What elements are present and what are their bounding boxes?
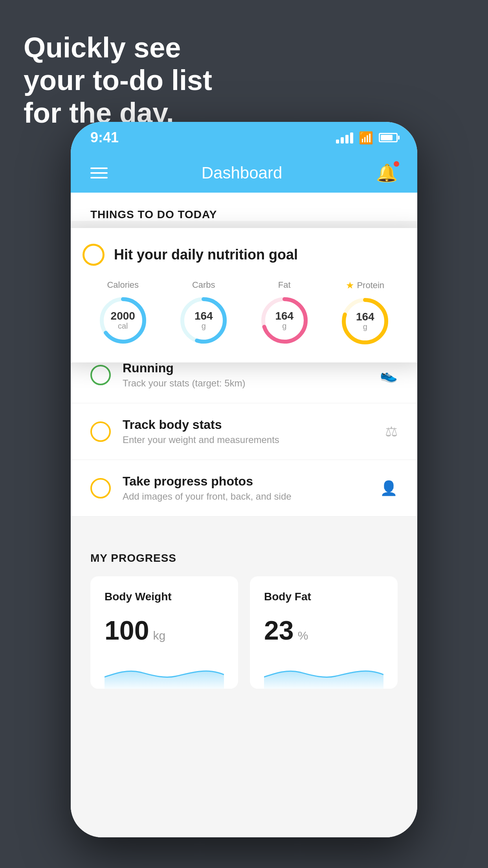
- progress-card-title: Body Fat: [264, 590, 383, 603]
- things-today-title: THINGS TO DO TODAY: [90, 208, 398, 221]
- nutrition-label-fat: Fat: [278, 280, 291, 290]
- nutrition-item-protein: ★Protein 164 g: [339, 280, 391, 347]
- circle-center-fat: 164 g: [275, 311, 294, 331]
- notification-bell-icon[interactable]: 🔔: [376, 163, 398, 183]
- nutrition-item-fat: Fat 164 g: [259, 280, 310, 346]
- todo-title: Track body stats: [123, 417, 279, 432]
- status-time: 9:41: [90, 129, 119, 146]
- todo-subtitle: Track your stats (target: 5km): [123, 378, 246, 389]
- todo-subtitle: Add images of your front, back, and side: [123, 491, 292, 502]
- progress-card-body-fat[interactable]: Body Fat 23 %: [250, 576, 398, 689]
- todo-item[interactable]: Take progress photos Add images of your …: [71, 460, 417, 517]
- content-area: THINGS TO DO TODAY Hit your daily nutrit…: [71, 193, 417, 837]
- todo-checkbox[interactable]: [90, 421, 111, 442]
- circle-carbs: 164 g: [178, 295, 229, 346]
- circle-fat: 164 g: [259, 295, 310, 346]
- todo-text: Running Track your stats (target: 5km): [123, 361, 246, 389]
- progress-unit: kg: [153, 629, 165, 642]
- nav-bar: Dashboard 🔔: [71, 153, 417, 193]
- headline: Quickly see your to-do list for the day.: [24, 31, 212, 129]
- status-bar: 9:41 📶: [71, 122, 417, 153]
- todo-title: Take progress photos: [123, 474, 292, 489]
- circle-value-protein: 164: [356, 311, 374, 322]
- circle-value-fat: 164: [275, 311, 294, 322]
- nutrition-label-calories: Calories: [107, 280, 139, 290]
- todo-list: Running Track your stats (target: 5km) 👟…: [71, 347, 417, 517]
- nutrition-label-protein: ★Protein: [346, 280, 384, 291]
- circle-unit-calories: cal: [118, 322, 128, 330]
- todo-title: Running: [123, 361, 246, 375]
- todo-action-icon: 👟: [380, 367, 398, 383]
- todo-item[interactable]: Track body stats Enter your weight and m…: [71, 403, 417, 460]
- nutrition-check-circle[interactable]: [83, 244, 105, 266]
- circle-center-protein: 164 g: [356, 311, 374, 331]
- todo-checkbox[interactable]: [90, 478, 111, 498]
- todo-subtitle: Enter your weight and measurements: [123, 434, 279, 445]
- nutrition-card-title: Hit your daily nutrition goal: [114, 246, 298, 263]
- progress-card-title: Body Weight: [105, 590, 224, 603]
- headline-line1: Quickly see: [24, 31, 212, 64]
- nutrition-card: Hit your daily nutrition goal Calories 2…: [71, 228, 417, 362]
- progress-number: 23: [264, 615, 294, 645]
- headline-line2: your to-do list: [24, 64, 212, 97]
- battery-icon: [379, 133, 398, 142]
- todo-action-icon: ⚖: [385, 423, 398, 440]
- progress-title: MY PROGRESS: [90, 552, 398, 565]
- signal-icon: [336, 132, 353, 143]
- circle-unit-protein: g: [363, 322, 367, 331]
- todo-text: Track body stats Enter your weight and m…: [123, 417, 279, 445]
- wave-chart: [105, 657, 224, 689]
- progress-cards: Body Weight 100 kg Body Fat 23 %: [90, 576, 398, 689]
- notification-dot: [394, 161, 399, 167]
- hamburger-menu[interactable]: [90, 167, 108, 178]
- wifi-icon: 📶: [359, 131, 373, 145]
- nutrition-label-carbs: Carbs: [192, 280, 215, 290]
- progress-number: 100: [105, 615, 149, 645]
- nutrition-item-calories: Calories 2000 cal: [97, 280, 149, 346]
- things-today-section: THINGS TO DO TODAY Hit your daily nutrit…: [71, 193, 417, 221]
- nutrition-card-header: Hit your daily nutrition goal: [83, 244, 405, 266]
- progress-card-body-weight[interactable]: Body Weight 100 kg: [90, 576, 238, 689]
- circle-value-calories: 2000: [111, 311, 135, 322]
- circle-unit-carbs: g: [202, 322, 206, 330]
- circle-unit-fat: g: [282, 322, 286, 330]
- status-icons: 📶: [336, 131, 398, 145]
- star-icon: ★: [346, 280, 354, 291]
- nutrition-item-carbs: Carbs 164 g: [178, 280, 229, 346]
- todo-text: Take progress photos Add images of your …: [123, 474, 292, 502]
- nav-title: Dashboard: [202, 164, 282, 182]
- progress-unit: %: [298, 629, 308, 642]
- todo-checkbox[interactable]: [90, 365, 111, 385]
- wave-chart: [264, 657, 383, 689]
- circle-protein: 164 g: [339, 296, 391, 347]
- nutrition-circles: Calories 2000 cal Carbs 164 g Fat 164 g …: [83, 280, 405, 347]
- todo-action-icon: 👤: [380, 480, 398, 497]
- circle-center-carbs: 164 g: [194, 311, 213, 331]
- circle-calories: 2000 cal: [97, 295, 149, 346]
- phone-frame: 9:41 📶 Dashboard 🔔 THINGS TO DO TODAY: [71, 122, 417, 837]
- progress-section: MY PROGRESS Body Weight 100 kg Body: [71, 532, 417, 689]
- circle-center-calories: 2000 cal: [111, 311, 135, 331]
- progress-value: 23 %: [264, 615, 383, 645]
- circle-value-carbs: 164: [194, 311, 213, 322]
- progress-value: 100 kg: [105, 615, 224, 645]
